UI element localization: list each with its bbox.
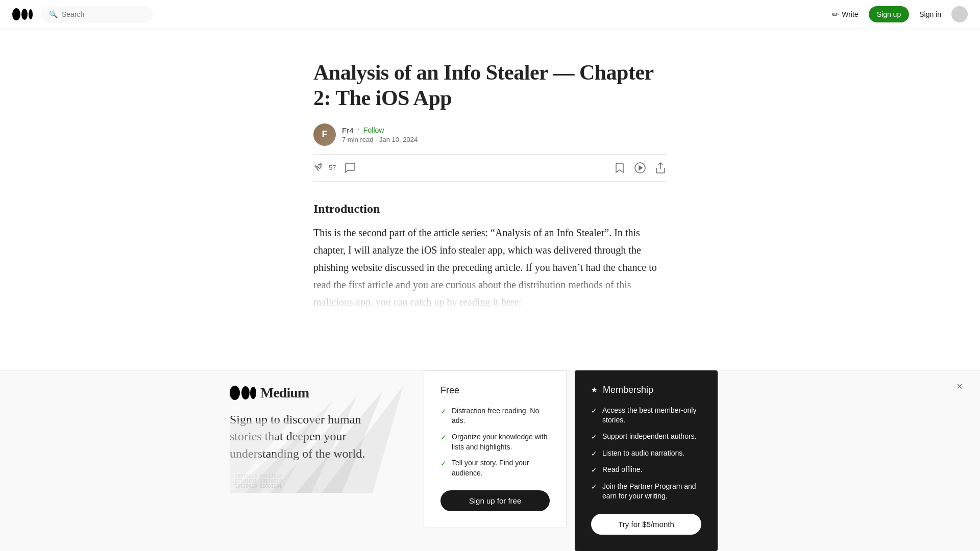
intro-heading: Introduction <box>313 202 667 216</box>
write-label: Write <box>842 10 858 18</box>
action-bar: 57 <box>313 154 667 182</box>
search-input[interactable] <box>62 10 145 18</box>
header-right: ✏ Write Sign up Sign in <box>832 6 968 22</box>
separator: · <box>358 126 360 134</box>
svg-point-1 <box>21 9 28 20</box>
comment-button[interactable] <box>344 162 356 174</box>
clap-count: 57 <box>329 164 336 171</box>
article-title: Analysis of an Info Stealer — Chapter 2:… <box>313 60 667 111</box>
author-name-row: Fr4 · Follow <box>342 126 418 135</box>
follow-button[interactable]: Follow <box>363 126 384 134</box>
publish-date: Jan 10, 2024 <box>379 136 418 143</box>
author-avatar[interactable]: F <box>313 123 336 146</box>
author-meta: Fr4 · Follow 7 min read · Jan 10, 2024 <box>342 126 418 143</box>
read-time: 7 min read <box>342 136 373 143</box>
action-bar-right <box>614 162 667 174</box>
write-button[interactable]: ✏ Write <box>832 10 858 19</box>
article-container: Analysis of an Info Stealer — Chapter 2:… <box>301 29 679 341</box>
site-header: 🔍 ✏ Write Sign up Sign in <box>0 0 980 29</box>
svg-marker-4 <box>639 166 642 170</box>
bookmark-icon <box>614 162 626 174</box>
article-info: 7 min read · Jan 10, 2024 <box>342 136 418 143</box>
search-icon: 🔍 <box>49 10 58 19</box>
author-name[interactable]: Fr4 <box>342 126 354 135</box>
clap-button[interactable]: 57 <box>313 162 336 174</box>
listen-icon <box>634 162 646 174</box>
listen-button[interactable] <box>634 162 646 174</box>
header-left: 🔍 <box>12 6 153 23</box>
comment-icon <box>344 162 356 174</box>
svg-point-0 <box>12 8 20 20</box>
signup-button[interactable]: Sign up <box>869 6 909 22</box>
avatar[interactable] <box>951 6 968 22</box>
write-icon: ✏ <box>832 10 839 19</box>
share-icon <box>654 162 667 174</box>
fade-overlay <box>313 270 667 311</box>
bookmark-button[interactable] <box>614 162 626 174</box>
search-bar[interactable]: 🔍 <box>41 6 153 23</box>
signin-button[interactable]: Sign in <box>919 10 941 18</box>
logo-icon <box>12 8 33 20</box>
author-row: F Fr4 · Follow 7 min read · Jan 10, 2024 <box>313 123 667 146</box>
action-bar-left: 57 <box>313 162 356 174</box>
article-body: Introduction This is the second part of … <box>313 202 667 311</box>
date-sep: · <box>375 136 377 143</box>
content-fade: This is the second part of the article s… <box>313 224 667 311</box>
clap-icon <box>313 162 326 174</box>
svg-point-2 <box>29 9 33 19</box>
share-button[interactable] <box>654 162 667 174</box>
medium-logo[interactable] <box>12 8 33 20</box>
